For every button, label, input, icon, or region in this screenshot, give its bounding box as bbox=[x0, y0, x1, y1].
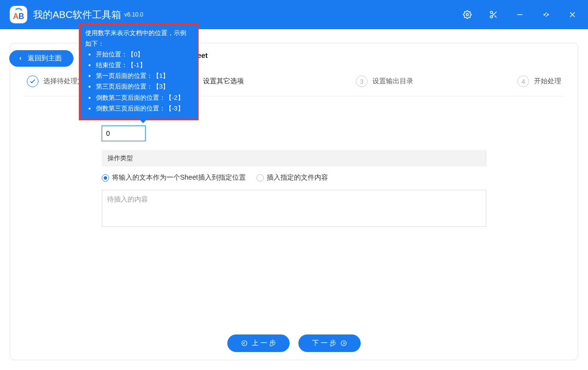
content-textarea[interactable] bbox=[102, 190, 486, 227]
app-title: 我的ABC软件工具箱 bbox=[33, 8, 121, 21]
tooltip-intro: 使用数字来表示文档中的位置，示例如下： bbox=[80, 25, 197, 49]
radio-insert-file-label: 插入指定的文件内容 bbox=[267, 173, 328, 182]
tooltip-item: 开始位置：【0】 bbox=[96, 49, 192, 60]
back-button[interactable]: 返回到主面 bbox=[9, 50, 74, 67]
next-button[interactable]: 下 一 步 bbox=[298, 334, 361, 352]
minimize-icon[interactable] bbox=[514, 9, 526, 20]
back-button-label: 返回到主面 bbox=[28, 54, 62, 63]
radio-insert-text[interactable]: 将输入的文本作为一个Sheet插入到指定位置 bbox=[102, 173, 246, 182]
svg-point-9 bbox=[242, 341, 247, 346]
next-button-label: 下 一 步 bbox=[312, 339, 336, 348]
tooltip-item: 第三页后面的位置：【3】 bbox=[96, 81, 192, 92]
maximize-icon[interactable] bbox=[540, 9, 552, 20]
step-4-number: 4 bbox=[517, 75, 529, 87]
tooltip-list: 开始位置：【0】 结束位置：【-1】 第一页后面的位置：【1】 第三页后面的位置… bbox=[85, 49, 192, 114]
step-4: 4 开始处理 bbox=[517, 75, 561, 87]
operation-type-header: 操作类型 bbox=[102, 150, 486, 166]
tooltip-item: 第一页后面的位置：【1】 bbox=[96, 71, 192, 81]
prev-button-label: 上 一 步 bbox=[252, 339, 276, 348]
app-logo: AB bbox=[10, 6, 27, 23]
step-3: 3 设置输出目录 bbox=[356, 75, 413, 87]
tooltip-item: 倒数第二页后面的位置：【-2】 bbox=[96, 92, 192, 103]
svg-point-2 bbox=[490, 16, 493, 18]
check-icon bbox=[27, 75, 38, 87]
scissors-icon[interactable] bbox=[488, 9, 499, 20]
tooltip-item: 结束位置：【-1】 bbox=[96, 60, 192, 71]
svg-line-4 bbox=[495, 16, 496, 18]
svg-line-5 bbox=[492, 13, 494, 15]
step-1-label: 选择待处理文 bbox=[43, 77, 84, 86]
step-3-number: 3 bbox=[356, 75, 368, 87]
svg-point-0 bbox=[466, 14, 469, 16]
svg-point-10 bbox=[341, 341, 347, 346]
position-tooltip: 使用数字来表示文档中的位置，示例如下： 开始位置：【0】 结束位置：【-1】 第… bbox=[79, 23, 199, 120]
step-2-label: 设置其它选项 bbox=[203, 77, 244, 86]
app-version: v6.10.0 bbox=[124, 11, 143, 18]
step-1: 选择待处理文 bbox=[27, 75, 84, 87]
svg-point-1 bbox=[490, 11, 493, 14]
close-icon[interactable] bbox=[567, 9, 578, 20]
step-4-label: 开始处理 bbox=[534, 77, 561, 86]
settings-icon[interactable] bbox=[461, 9, 473, 20]
radio-insert-text-label: 将输入的文本作为一个Sheet插入到指定位置 bbox=[112, 173, 246, 182]
radio-insert-file[interactable]: 插入指定的文件内容 bbox=[257, 173, 328, 182]
sheet-position-input[interactable] bbox=[102, 126, 146, 141]
prev-button[interactable]: 上 一 步 bbox=[227, 334, 290, 352]
tooltip-pointer-icon bbox=[139, 119, 147, 123]
step-3-label: 设置输出目录 bbox=[372, 77, 413, 86]
tooltip-item: 倒数第三页后面的位置：【-3】 bbox=[96, 103, 192, 114]
